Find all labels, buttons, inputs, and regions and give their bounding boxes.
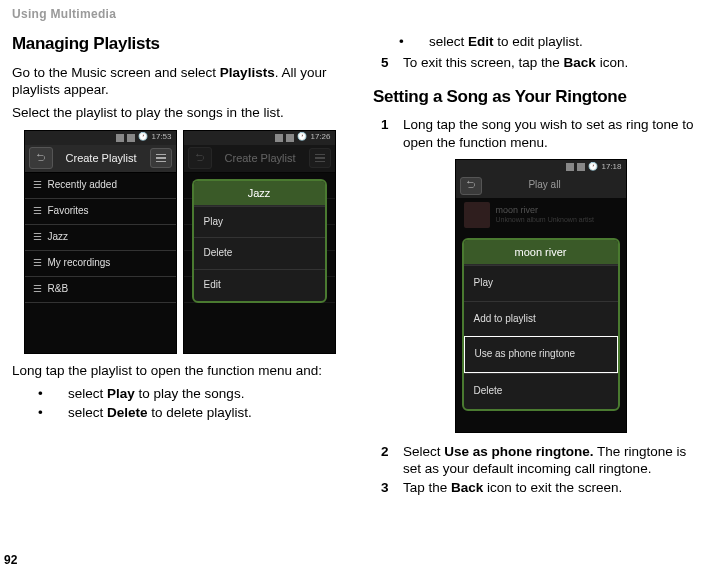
back-icon[interactable]: ⮌ — [460, 177, 482, 195]
step-list: 5 To exit this screen, tap the Back icon… — [381, 54, 708, 71]
bullet-item: • select Play to play the songs. — [38, 385, 347, 402]
now-playing: moon river Unknown album Unknown artist — [456, 198, 626, 232]
menu-item-play[interactable]: Play — [194, 206, 325, 238]
status-bar: 🕐 17:53 — [25, 131, 176, 145]
menu-icon[interactable] — [309, 148, 331, 168]
right-column: • select Edit to edit playlist. 5 To exi… — [373, 29, 708, 501]
status-bar: 🕐 17:18 — [456, 160, 626, 174]
time: 17:18 — [601, 162, 621, 172]
text: select — [68, 405, 107, 420]
step-2: 2 Select Use as phone ringtone. The ring… — [381, 443, 708, 478]
managing-playlists-heading: Managing Playlists — [12, 33, 347, 55]
track-meta: Unknown album Unknown artist — [496, 216, 618, 225]
text: Select — [403, 444, 444, 459]
list-item[interactable]: ☰Jazz — [25, 225, 176, 251]
clock-icon: 🕐 — [138, 132, 148, 142]
select-para: Select the playlist to play the songs in… — [12, 104, 347, 121]
playlist-phone-popup: 🕐 17:26 ⮌ Create Playlist ☰Recently adde… — [183, 130, 336, 354]
playlist-phone-list: 🕐 17:53 ⮌ Create Playlist ☰Recently adde… — [24, 130, 177, 354]
section-header: Using Multimedia — [0, 0, 720, 21]
left-column: Managing Playlists Go to the Music scree… — [12, 29, 347, 501]
text: select — [68, 386, 107, 401]
create-playlist-button[interactable]: Create Playlist — [57, 151, 146, 165]
step-1: 1 Long tap the song you wish to set as r… — [381, 116, 708, 151]
list-label: Recently added — [48, 179, 118, 192]
edit-bold: Edit — [468, 34, 494, 49]
clock-icon: 🕐 — [297, 132, 307, 142]
step-5: 5 To exit this screen, tap the Back icon… — [381, 54, 708, 71]
playlists-bold: Playlists — [220, 65, 275, 80]
long-tap-para: Long tap the playlist to open the functi… — [12, 362, 347, 379]
text: to play the songs. — [135, 386, 245, 401]
playlist-screenshots: 🕐 17:53 ⮌ Create Playlist ☰Recently adde… — [12, 130, 347, 354]
list-item[interactable]: ☰Recently added — [25, 173, 176, 199]
bullet-item: • select Delete to delete playlist. — [38, 404, 347, 421]
text: to delete playlist. — [148, 405, 252, 420]
step-3: 3 Tap the Back icon to exit the screen. — [381, 479, 708, 496]
text: select — [429, 34, 468, 49]
list-item[interactable]: ☰My recordings — [25, 251, 176, 277]
list-icon: ☰ — [33, 205, 42, 218]
bullet-list: • select Play to play the songs. • selec… — [38, 385, 347, 422]
bullet-item: • select Edit to edit playlist. — [399, 33, 708, 50]
text: icon. — [596, 55, 628, 70]
list-label: Favorites — [48, 205, 89, 218]
step-list: 2 Select Use as phone ringtone. The ring… — [381, 443, 708, 497]
menu-item-add-playlist[interactable]: Add to playlist — [464, 301, 618, 337]
menu-item-delete[interactable]: Delete — [194, 237, 325, 269]
text: to edit playlist. — [494, 34, 583, 49]
list-item[interactable]: ☰Favorites — [25, 199, 176, 225]
back-icon[interactable]: ⮌ — [188, 147, 212, 169]
time: 17:53 — [151, 132, 171, 142]
time: 17:26 — [310, 132, 330, 142]
page-number: 92 — [4, 553, 17, 567]
menu-item-delete[interactable]: Delete — [464, 373, 618, 409]
context-menu: Jazz Play Delete Edit — [192, 179, 327, 303]
text: Tap the — [403, 480, 451, 495]
playlist-topbar: ⮌ Create Playlist — [184, 145, 335, 173]
ringtone-heading: Setting a Song as Your Ringtone — [373, 86, 708, 108]
list-icon: ☰ — [33, 257, 42, 270]
text: Go to the Music screen and select — [12, 65, 220, 80]
list-icon: ☰ — [33, 283, 42, 296]
back-icon[interactable]: ⮌ — [29, 147, 53, 169]
playlist-topbar: ⮌ Create Playlist — [25, 145, 176, 173]
delete-bold: Delete — [107, 405, 148, 420]
clock-icon: 🕐 — [588, 162, 598, 172]
list-icon: ☰ — [33, 231, 42, 244]
play-all-button[interactable]: Play all — [486, 179, 604, 192]
columns: Managing Playlists Go to the Music scree… — [0, 21, 720, 501]
status-bar: 🕐 17:26 — [184, 131, 335, 145]
ringtone-phone: 🕐 17:18 ⮌ Play all moon river Unknown al… — [455, 159, 627, 433]
track-name: moon river — [496, 205, 618, 217]
menu-item-play[interactable]: Play — [464, 265, 618, 301]
list-item[interactable]: ☰R&B — [25, 277, 176, 303]
status-icons: 🕐 17:53 — [116, 132, 171, 142]
back-bold: Back — [451, 480, 483, 495]
list-icon: ☰ — [33, 179, 42, 192]
status-icons: 🕐 17:18 — [566, 162, 621, 172]
intro-para: Go to the Music screen and select Playli… — [12, 64, 347, 99]
signal-icon — [116, 134, 124, 142]
text: To exit this screen, tap the — [403, 55, 564, 70]
menu-item-edit[interactable]: Edit — [194, 269, 325, 301]
bullet-list-cont: • select Edit to edit playlist. — [399, 33, 708, 50]
menu-item-ringtone[interactable]: Use as phone ringtone — [464, 336, 618, 373]
signal-icon — [275, 134, 283, 142]
list-label: My recordings — [48, 257, 111, 270]
battery-icon — [286, 134, 294, 142]
list-label: Jazz — [48, 231, 69, 244]
context-menu: moon river Play Add to playlist Use as p… — [462, 238, 620, 411]
signal-icon — [566, 163, 574, 171]
text: icon to exit the screen. — [483, 480, 622, 495]
battery-icon — [577, 163, 585, 171]
menu-icon[interactable] — [150, 148, 172, 168]
battery-icon — [127, 134, 135, 142]
context-menu-title: Jazz — [194, 181, 325, 206]
album-cover — [464, 202, 490, 228]
list-label: R&B — [48, 283, 69, 296]
back-bold: Back — [564, 55, 596, 70]
create-playlist-button[interactable]: Create Playlist — [216, 151, 305, 165]
text: Long tap the song you wish to set as rin… — [403, 116, 708, 151]
song-topbar: ⮌ Play all — [456, 174, 626, 198]
